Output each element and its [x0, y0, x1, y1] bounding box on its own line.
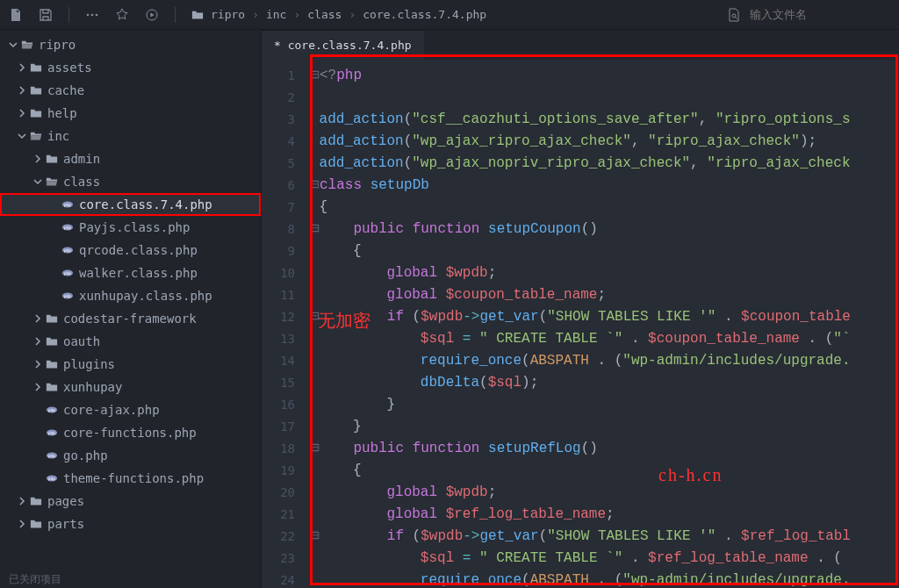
tree-folder[interactable]: help	[0, 102, 261, 125]
tree-folder[interactable]: class	[0, 170, 261, 193]
separator	[68, 7, 69, 23]
svg-text:php: php	[64, 226, 71, 230]
tree-folder[interactable]: cache	[0, 79, 261, 102]
folder-icon	[191, 9, 204, 21]
crumb[interactable]: ripro	[211, 8, 245, 21]
tree-folder[interactable]: plugins	[0, 353, 261, 376]
svg-text:php: php	[48, 408, 55, 412]
tree-file[interactable]: phpgo.php	[0, 444, 261, 467]
chevron-right-icon: ›	[349, 8, 356, 21]
crumb[interactable]: class	[307, 8, 342, 21]
crumb[interactable]: inc	[266, 8, 286, 21]
tab-bar: * core.class.7.4.php	[262, 30, 899, 60]
code-content[interactable]: ⊟<?php add_action("csf__caozhuti_options…	[304, 60, 899, 588]
dots-icon[interactable]	[85, 8, 99, 22]
svg-text:php: php	[64, 248, 71, 253]
tree-file[interactable]: phpxunhupay.class.php	[0, 284, 261, 307]
tree-folder[interactable]: parts	[0, 513, 261, 535]
tree-file[interactable]: phpwalker.class.php	[0, 262, 261, 284]
svg-text:php: php	[64, 203, 71, 207]
tree-file[interactable]: phpPayjs.class.php	[0, 216, 261, 239]
save-icon[interactable]	[39, 8, 53, 22]
tree-root[interactable]: ripro	[0, 33, 261, 56]
svg-text:php: php	[64, 271, 71, 276]
search-file-icon[interactable]	[727, 8, 741, 22]
svg-point-2	[96, 13, 98, 16]
tree-file[interactable]: phpcore-functions.php	[0, 421, 261, 444]
tree-folder[interactable]: xunhupay	[0, 376, 261, 398]
svg-text:php: php	[48, 477, 55, 481]
svg-text:php: php	[48, 431, 55, 435]
file-search	[727, 8, 855, 22]
tree-folder[interactable]: assets	[0, 56, 261, 79]
file-tree-sidebar: riproassetscachehelpincadminclassphpcore…	[0, 30, 262, 588]
tree-folder[interactable]: inc	[0, 125, 261, 147]
new-file-icon[interactable]	[9, 8, 23, 22]
code-editor[interactable]: 123456789101112131415161718192021222324 …	[262, 60, 899, 588]
editor-tab[interactable]: * core.class.7.4.php	[262, 30, 424, 60]
tree-file[interactable]: phpcore.class.7.4.php	[0, 193, 261, 216]
star-icon[interactable]	[115, 8, 129, 22]
tree-folder[interactable]: oauth	[0, 330, 261, 353]
chevron-right-icon: ›	[252, 8, 259, 21]
crumb[interactable]: core.class.7.4.php	[363, 8, 486, 21]
sidebar-footer: 已关闭项目	[0, 572, 261, 588]
play-icon[interactable]	[145, 8, 159, 22]
svg-point-0	[87, 13, 90, 16]
tab-title: * core.class.7.4.php	[274, 39, 412, 52]
chevron-right-icon: ›	[293, 8, 300, 21]
svg-text:php: php	[64, 294, 71, 298]
tree-file[interactable]: phptheme-functions.php	[0, 467, 261, 490]
line-gutter: 123456789101112131415161718192021222324	[262, 60, 304, 588]
tree-file[interactable]: phpcore-ajax.php	[0, 398, 261, 421]
svg-point-4	[732, 14, 736, 18]
tree-file[interactable]: phpqrcode.class.php	[0, 239, 261, 262]
tree-folder[interactable]: admin	[0, 147, 261, 170]
tree-folder[interactable]: codestar-framework	[0, 307, 261, 330]
separator	[175, 7, 176, 23]
top-toolbar: ripro › inc › class › core.class.7.4.php	[0, 0, 899, 30]
breadcrumb[interactable]: ripro › inc › class › core.class.7.4.php	[191, 8, 486, 21]
editor-area: * core.class.7.4.php 1234567891011121314…	[262, 30, 899, 588]
svg-point-1	[91, 13, 94, 16]
search-input[interactable]	[750, 8, 855, 21]
svg-text:php: php	[48, 454, 55, 458]
tree-folder[interactable]: pages	[0, 490, 261, 513]
